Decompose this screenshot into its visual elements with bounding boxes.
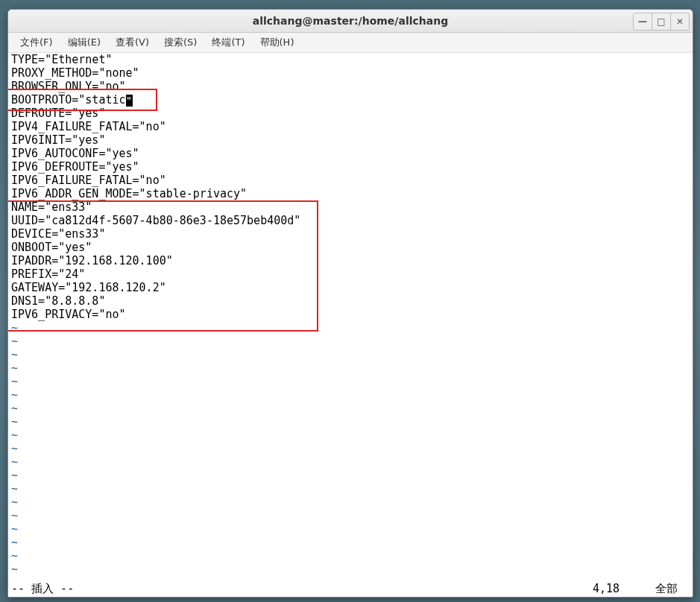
vim-status-bar: -- 插入 -- 4,18 全部 xyxy=(8,582,693,597)
terminal-window: allchang@master:/home/allchang — □ ✕ 文件(… xyxy=(7,9,693,598)
vim-tilde-line: ~ xyxy=(11,482,690,495)
editor-line: IPV6_PRIVACY="no" xyxy=(11,308,690,321)
close-button[interactable]: ✕ xyxy=(670,13,690,31)
editor-line: PROXY_METHOD="none" xyxy=(11,66,690,80)
editor-line: BOOTPROTO="static" xyxy=(11,93,690,107)
editor-line: IPV6_FAILURE_FATAL="no" xyxy=(11,174,690,187)
menu-label: 查看(V) xyxy=(116,37,149,48)
editor-line: PREFIX="24" xyxy=(11,267,690,281)
editor-line: IPV6_ADDR_GEN_MODE="stable-privacy" xyxy=(11,187,690,200)
editor-line: IPV6INIT="yes" xyxy=(11,133,690,147)
vim-tilde-line: ~ xyxy=(11,536,690,549)
vim-tilde-line: ~ xyxy=(11,549,690,563)
maximize-icon: □ xyxy=(657,16,665,27)
vim-tilde-line: ~ xyxy=(11,335,690,348)
menu-terminal[interactable]: 终端(T) xyxy=(204,34,252,51)
maximize-button[interactable]: □ xyxy=(652,13,671,31)
close-icon: ✕ xyxy=(676,16,684,27)
vim-tilde-line: ~ xyxy=(11,348,690,361)
vim-tilde-line: ~ xyxy=(11,388,690,402)
vim-tilde-line: ~ xyxy=(11,442,690,455)
vim-tilde-line: ~ xyxy=(11,361,690,375)
editor-line: IPV4_FAILURE_FATAL="no" xyxy=(11,120,690,133)
editor-line: NAME="ens33" xyxy=(11,200,690,214)
vim-tilde-line: ~ xyxy=(11,455,690,469)
editor-line: DEVICE="ens33" xyxy=(11,227,690,241)
menu-view[interactable]: 查看(V) xyxy=(108,34,157,51)
editor-line: IPADDR="192.168.120.100" xyxy=(11,254,690,267)
menubar: 文件(F) 编辑(E) 查看(V) 搜索(S) 终端(T) 帮助(H) xyxy=(8,33,693,53)
vim-tilde-line: ~ xyxy=(11,321,690,335)
vim-tilde-line: ~ xyxy=(11,495,690,509)
editor-line: IPV6_AUTOCONF="yes" xyxy=(11,147,690,160)
vim-tilde-line: ~ xyxy=(11,415,690,428)
terminal-content[interactable]: TYPE="Ethernet"PROXY_METHOD="none"BROWSE… xyxy=(8,53,693,582)
editor-line: TYPE="Ethernet" xyxy=(11,53,690,66)
menu-edit[interactable]: 编辑(E) xyxy=(60,34,108,51)
menu-label: 终端(T) xyxy=(212,37,245,48)
vim-scroll-indicator: 全部 xyxy=(655,582,678,596)
minimize-button[interactable]: — xyxy=(633,13,652,31)
menu-label: 搜索(S) xyxy=(164,37,197,48)
editor-line: ONBOOT="yes" xyxy=(11,241,690,254)
window-title: allchang@master:/home/allchang xyxy=(8,15,693,27)
vim-tilde-line: ~ xyxy=(11,563,690,576)
titlebar[interactable]: allchang@master:/home/allchang — □ ✕ xyxy=(8,10,693,33)
menu-label: 帮助(H) xyxy=(260,37,294,48)
vim-tilde-line: ~ xyxy=(11,402,690,415)
menu-label: 文件(F) xyxy=(20,37,53,48)
menu-label: 编辑(E) xyxy=(68,37,101,48)
menu-help[interactable]: 帮助(H) xyxy=(253,34,302,51)
menu-search[interactable]: 搜索(S) xyxy=(157,34,204,51)
editor-line: IPV6_DEFROUTE="yes" xyxy=(11,160,690,174)
text-cursor: " xyxy=(126,95,133,107)
editor-line: GATEWAY="192.168.120.2" xyxy=(11,281,690,294)
editor-line: UUID="ca812d4f-5607-4b80-86e3-18e57beb40… xyxy=(11,214,690,227)
vim-tilde-line: ~ xyxy=(11,375,690,388)
vim-tilde-line: ~ xyxy=(11,428,690,442)
vim-mode: -- 插入 -- xyxy=(11,582,74,596)
vim-tilde-line: ~ xyxy=(11,469,690,482)
window-controls: — □ ✕ xyxy=(634,13,690,31)
minimize-icon: — xyxy=(638,16,647,27)
vim-tilde-line: ~ xyxy=(11,522,690,536)
editor-line: DNS1="8.8.8.8" xyxy=(11,294,690,308)
menu-file[interactable]: 文件(F) xyxy=(13,34,60,51)
vim-tilde-line: ~ xyxy=(11,509,690,522)
vim-cursor-position: 4,18 xyxy=(593,582,619,596)
editor-line: BROWSER_ONLY="no" xyxy=(11,80,690,93)
editor-line: DEFROUTE="yes" xyxy=(11,107,690,120)
